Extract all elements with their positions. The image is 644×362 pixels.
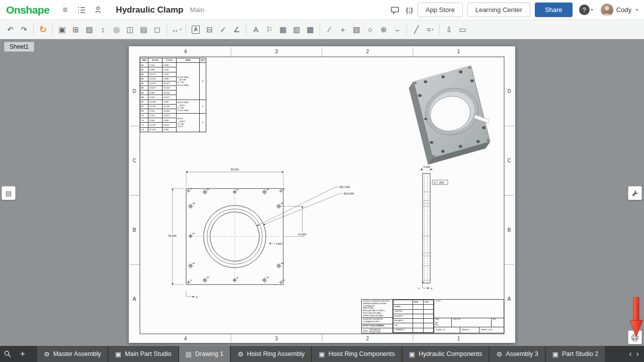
comments-icon[interactable]	[389, 4, 401, 16]
broken-out-section-icon[interactable]: ▤	[138, 23, 149, 36]
scroll-right-icon[interactable]: ›	[636, 349, 639, 358]
tab-drawing-1[interactable]: ▤Drawing 1	[179, 346, 230, 362]
svg-text:2: 2	[366, 336, 369, 341]
drawing-properties-button[interactable]	[628, 186, 642, 200]
onshape-logo[interactable]: Onshape	[6, 4, 49, 16]
tab-hydraulic-components[interactable]: ▣Hydraulic Components	[403, 346, 489, 362]
toolbar-separator	[439, 24, 440, 35]
dwg-no-field: DWG. NO.	[452, 318, 492, 327]
tab-label: Hoist Ring Components	[329, 350, 395, 357]
app-store-button[interactable]: App Store	[418, 3, 463, 17]
drawing-tab-icon: ▤	[186, 350, 192, 358]
tab-assembly-3[interactable]: ⚙Assembly 3	[490, 346, 544, 362]
surface-finish-icon[interactable]: ✓	[217, 23, 229, 36]
tab-label: Hoist Ring Assembly	[247, 350, 305, 357]
drawing-view-front[interactable]: A1A2A3A4A5A6A7A8B1B2B3C5C6C7C8 33.000 33…	[165, 168, 354, 299]
tab-hoist-ring-assembly[interactable]: ⚙Hoist Ring Assembly	[231, 346, 311, 362]
tab-hoist-ring-components[interactable]: ▣Hoist Ring Components	[312, 346, 401, 362]
hole-table-body: A11.5006.383Ø.703 THRU ⌴ Ø1.188 ▼ .750 3…	[140, 63, 206, 132]
user-menu[interactable]: Cody ▾	[601, 4, 638, 16]
auxiliary-view-icon[interactable]: ▨	[84, 23, 95, 36]
spline-icon[interactable]: ≈▾	[424, 23, 436, 36]
tab-manager-icon[interactable]	[0, 346, 15, 362]
partstudio-tab-icon: ▣	[318, 350, 325, 358]
title-field: TITLE:	[434, 300, 504, 318]
svg-text:A4: A4	[281, 262, 283, 264]
svg-text:B: B	[508, 227, 511, 233]
dim-height: 33.000	[168, 234, 177, 237]
check-icon: ✓	[380, 321, 381, 323]
drawing-view-side[interactable]: 3.000 ∥ .005 Y X	[418, 165, 448, 290]
projected-view-icon[interactable]: ⊞	[70, 23, 82, 36]
versions-history-icon[interactable]	[75, 4, 88, 16]
drawing-view-isometric[interactable]	[409, 65, 490, 164]
export-image-icon[interactable]: ▭	[457, 23, 468, 36]
hatch-icon[interactable]: ▧	[351, 23, 362, 36]
title-block-right: TITLE: SIZEC DWG. NO. REV SCALE: 1:6 WEI…	[434, 300, 504, 333]
detail-view-icon[interactable]: ◎	[111, 23, 122, 36]
balloon-icon[interactable]: ⚐	[264, 23, 275, 36]
hole-table[interactable]: TAGX LOCY LOCSIZEQTY A11.5006.383Ø.703 T…	[140, 58, 206, 132]
section-view-icon[interactable]: ↕	[97, 23, 109, 36]
toolbar-separator	[52, 24, 53, 35]
toolbar-separator	[33, 24, 34, 35]
circle-icon[interactable]: ○	[364, 23, 376, 36]
front-view-holes: A1A2A3A4A5A6A7A8B1B2B3C5C6C7C8	[186, 188, 285, 285]
export-dxf-icon[interactable]: ⇩	[443, 23, 455, 36]
title-block[interactable]: UNLESS OTHERWISE SPECIFIED: DIMENSIONS A…	[361, 299, 504, 333]
rev-field: REV	[492, 318, 504, 327]
center-mark-icon[interactable]: +	[337, 23, 349, 36]
circle-center-icon[interactable]: ⊕	[378, 23, 389, 36]
line-icon[interactable]: ╱	[411, 23, 422, 36]
redo-icon[interactable]: ↷	[18, 23, 30, 36]
toolbar: ↶↷↻▣⊞▨↕◎◫▤◻↔▾A⊟✓∠A⚐▦▥▩∕+▧○⊕⌣╱≈▾⇩▭	[0, 20, 644, 39]
svg-text:A3: A3	[267, 277, 269, 279]
undo-icon[interactable]: ↶	[5, 23, 16, 36]
scroll-left-icon[interactable]: ‹	[629, 349, 631, 358]
arc-icon[interactable]: ⌣	[391, 23, 403, 36]
tab-main-part-studio[interactable]: ▣Main Part Studio	[109, 346, 178, 362]
hamburger-menu-icon[interactable]: ≡	[59, 4, 71, 16]
hole-table-icon[interactable]: ▥	[291, 23, 302, 36]
app-header: Onshape ≡ Hydraulic Clamp Main {;} App S…	[0, 0, 644, 20]
help-menu[interactable]: ? ▾	[579, 5, 593, 15]
sheet-tab[interactable]: Sheet1	[4, 42, 34, 52]
svg-text:A2: A2	[207, 277, 209, 279]
tab-master-assembly[interactable]: ⚙Master Assembly	[37, 346, 108, 362]
datum-icon[interactable]: ⊟	[204, 23, 215, 36]
partstudio-tab-icon: ▣	[409, 350, 415, 358]
share-button[interactable]: Share	[535, 3, 573, 17]
assembly-tab-icon: ⚙	[496, 350, 502, 358]
drawing-canvas[interactable]: Sheet1 44332211DDCCBBAA	[0, 40, 644, 346]
insert-view-icon[interactable]: ▣	[56, 23, 68, 36]
svg-text:B2: B2	[236, 189, 238, 191]
scale-field: SCALE: 1:6	[434, 327, 460, 333]
bom-table-icon[interactable]: ▩	[304, 23, 316, 36]
centerline-icon[interactable]: ∕	[324, 23, 335, 36]
follow-mode-icon[interactable]	[92, 4, 104, 16]
weld-symbol-icon[interactable]: ∠	[231, 23, 243, 36]
sheets-panel-toggle[interactable]: ▤	[2, 186, 16, 200]
svg-text:D: D	[507, 88, 511, 94]
drawing-sheet[interactable]: 44332211DDCCBBAA A1A2A3A4A5A6A7A8B1B2B3C…	[129, 46, 515, 343]
tab-part-studio-2[interactable]: ▣Part Studio 2	[546, 346, 605, 362]
featurescript-icon[interactable]: {;}	[406, 6, 413, 14]
table-icon[interactable]: ▦	[277, 23, 289, 36]
workspace-name[interactable]: Main	[190, 6, 204, 14]
size-field: SIZEC	[434, 318, 452, 327]
partstudio-tab-icon: ▣	[115, 350, 121, 358]
learning-center-button[interactable]: Learning Center	[467, 3, 530, 17]
add-tab-icon[interactable]: +	[15, 346, 30, 362]
dim-thickness: 3.000	[423, 165, 430, 168]
note-icon[interactable]: A	[192, 26, 200, 34]
toolbar-separator	[246, 24, 247, 35]
text-icon[interactable]: A	[250, 23, 262, 36]
break-view-icon[interactable]: ◫	[124, 23, 136, 36]
svg-text:3: 3	[275, 49, 278, 54]
dimension-icon[interactable]: ↔▾	[171, 23, 182, 36]
red-arrow-annotation	[628, 297, 643, 338]
crop-view-icon[interactable]: ◻	[151, 23, 163, 36]
update-views-icon[interactable]: ↻	[37, 23, 49, 36]
svg-text:C7: C7	[190, 188, 193, 190]
svg-text:4: 4	[184, 336, 187, 341]
